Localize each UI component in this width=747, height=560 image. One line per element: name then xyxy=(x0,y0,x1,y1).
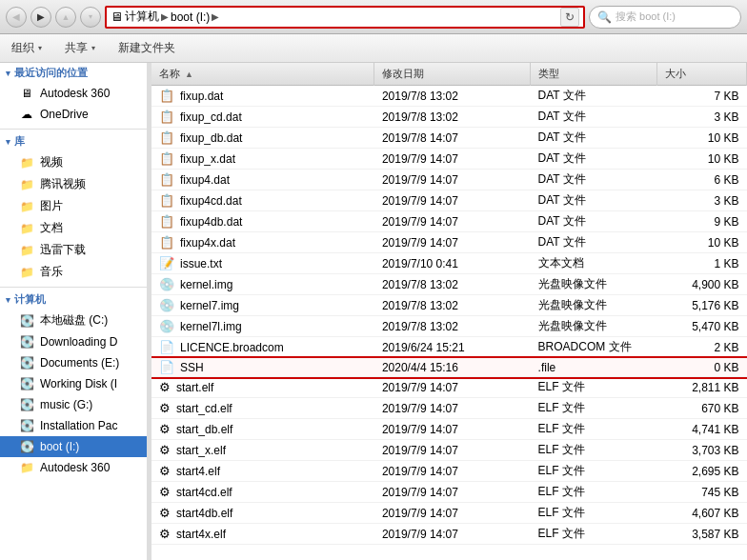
col-type-label: 类型 xyxy=(538,68,559,79)
table-row[interactable]: ⚙ start_db.elf 2019/7/9 14:07 ELF 文件 4,7… xyxy=(151,419,747,440)
file-name-label: start4cd.elf xyxy=(176,486,232,499)
file-name-cell: ⚙ start_db.elf xyxy=(151,419,374,440)
sidebar-item-downloading-d[interactable]: 💽 Downloading D xyxy=(0,331,147,352)
divider-1 xyxy=(0,129,147,130)
sidebar-item-video[interactable]: 📁 视频 xyxy=(0,151,147,173)
file-name-cell: ⚙ start4cd.elf xyxy=(151,482,374,503)
autodesk360-recent-icon: 🖥 xyxy=(19,86,34,101)
file-type-cell: ELF 文件 xyxy=(531,377,657,398)
table-row[interactable]: ⚙ start4db.elf 2019/7/9 14:07 ELF 文件 4,6… xyxy=(151,503,747,524)
sidebar-item-autodesk360-recent[interactable]: 🖥 Autodesk 360 xyxy=(0,83,147,104)
file-size-cell: 2,811 KB xyxy=(657,377,747,398)
organize-chevron: ▾ xyxy=(38,44,42,52)
boot-label: boot (I:) xyxy=(171,10,210,24)
tencent-video-icon: 📁 xyxy=(19,177,34,192)
back-button[interactable]: ◀ xyxy=(6,7,27,28)
sidebar-item-working-disk[interactable]: 💽 Working Disk (I xyxy=(0,373,147,394)
file-size-cell: 670 KB xyxy=(657,398,747,419)
sidebar-item-boot-i[interactable]: 💽 boot (I:) xyxy=(0,436,147,457)
sidebar-item-xunlei-download[interactable]: 📁 迅雷下载 xyxy=(0,239,147,261)
sidebar-item-documents-e[interactable]: 💽 Documents (E:) xyxy=(0,352,147,373)
table-row[interactable]: 📋 fixup_cd.dat 2019/7/8 13:02 DAT 文件 3 K… xyxy=(151,107,747,128)
content-pane: 名称 ▲ 修改日期 类型 大小 📋 xyxy=(151,63,747,560)
table-row[interactable]: ⚙ start_x.elf 2019/7/9 14:07 ELF 文件 3,70… xyxy=(151,440,747,461)
col-header-name[interactable]: 名称 ▲ xyxy=(151,63,374,86)
search-bar[interactable]: 🔍 搜索 boot (I:) xyxy=(589,6,741,29)
sidebar-item-onedrive[interactable]: ☁ OneDrive xyxy=(0,104,147,125)
table-row[interactable]: ⚙ start4cd.elf 2019/7/9 14:07 ELF 文件 745… xyxy=(151,482,747,503)
sidebar-section-header-library[interactable]: ▾ 库 xyxy=(0,131,147,151)
address-bar-content: 🖥 计算机 ▶ boot (I:) ▶ xyxy=(111,9,556,25)
table-row[interactable]: 📋 fixup4db.dat 2019/7/9 14:07 DAT 文件 9 K… xyxy=(151,211,747,232)
down-button[interactable]: ▾ xyxy=(80,7,101,28)
table-row[interactable]: ⚙ start.elf 2019/7/9 14:07 ELF 文件 2,811 … xyxy=(151,377,747,398)
file-name-cell: ⚙ start4.elf xyxy=(151,461,374,482)
col-date-label: 修改日期 xyxy=(382,68,424,79)
forward-button[interactable]: ▶ xyxy=(30,7,51,28)
address-label-computer: 计算机 xyxy=(125,9,159,25)
title-bar: ◀ ▶ ▲ ▾ 🖥 计算机 ▶ boot (I:) ▶ ↻ 🔍 搜索 boot … xyxy=(0,0,747,34)
table-row[interactable]: ⚙ start_cd.elf 2019/7/9 14:07 ELF 文件 670… xyxy=(151,398,747,419)
address-sep-2: ▶ xyxy=(212,11,219,22)
organize-button[interactable]: 组织 ▾ xyxy=(8,38,46,58)
up-button[interactable]: ▲ xyxy=(55,7,76,28)
sidebar-item-autodesk360-computer[interactable]: 📁 Autodesk 360 xyxy=(0,457,147,478)
col-header-date[interactable]: 修改日期 xyxy=(374,63,531,86)
address-bar[interactable]: 🖥 计算机 ▶ boot (I:) ▶ ↻ xyxy=(105,6,585,29)
file-name-label: start_db.elf xyxy=(176,423,232,436)
sidebar-item-local-c[interactable]: 💽 本地磁盘 (C:) xyxy=(0,310,147,331)
sidebar-section-header-recent[interactable]: ▾ 最近访问的位置 xyxy=(0,63,147,83)
table-row[interactable]: 📋 fixup_db.dat 2019/7/8 14:07 DAT 文件 10 … xyxy=(151,128,747,149)
table-row[interactable]: 📋 fixup_x.dat 2019/7/9 14:07 DAT 文件 10 K… xyxy=(151,149,747,170)
working-disk-label: Working Disk (I xyxy=(40,377,117,390)
search-icon: 🔍 xyxy=(597,10,612,24)
music-label: 音乐 xyxy=(40,264,63,280)
table-row[interactable]: 📄 SSH 2020/4/4 15:16 .file 0 KB xyxy=(151,358,747,377)
table-row[interactable]: ⚙ start4.elf 2019/7/9 14:07 ELF 文件 2,695… xyxy=(151,461,747,482)
file-type-cell: DAT 文件 xyxy=(531,149,657,170)
share-button[interactable]: 共享 ▾ xyxy=(61,38,99,58)
table-row[interactable]: 📋 fixup4cd.dat 2019/7/9 14:07 DAT 文件 3 K… xyxy=(151,190,747,211)
sidebar-item-music[interactable]: 📁 音乐 xyxy=(0,261,147,283)
table-row[interactable]: 💿 kernel.img 2019/7/8 13:02 光盘映像文件 4,900… xyxy=(151,274,747,295)
sidebar-item-documents[interactable]: 📁 文档 xyxy=(0,217,147,239)
sidebar-item-pictures[interactable]: 📁 图片 xyxy=(0,195,147,217)
table-row[interactable]: 📋 fixup4.dat 2019/7/9 14:07 DAT 文件 6 KB xyxy=(151,170,747,190)
share-label: 共享 xyxy=(65,40,88,56)
table-row[interactable]: 📋 fixup4x.dat 2019/7/9 14:07 DAT 文件 10 K… xyxy=(151,232,747,253)
file-icon-symbol: 💿 xyxy=(159,319,174,333)
sidebar-section-header-computer[interactable]: ▾ 计算机 xyxy=(0,290,147,310)
file-name-label: start4db.elf xyxy=(176,507,232,520)
refresh-button[interactable]: ↻ xyxy=(560,8,579,27)
file-size-cell: 3 KB xyxy=(657,107,747,128)
file-icon-name: 📄 SSH xyxy=(159,360,204,374)
file-date-cell: 2019/7/9 14:07 xyxy=(374,170,531,190)
table-row[interactable]: 💿 kernel7l.img 2019/7/8 13:02 光盘映像文件 5,4… xyxy=(151,316,747,337)
file-type-cell: BROADCOM 文件 xyxy=(531,337,657,358)
file-type-cell: ELF 文件 xyxy=(531,398,657,419)
file-icon-symbol: 📋 xyxy=(159,110,174,124)
sidebar-item-music-g[interactable]: 💽 music (G:) xyxy=(0,394,147,415)
table-row[interactable]: 📋 fixup.dat 2019/7/8 13:02 DAT 文件 7 KB xyxy=(151,86,747,107)
file-name-cell: 📋 fixup4db.dat xyxy=(151,211,374,232)
col-header-size[interactable]: 大小 xyxy=(657,63,747,86)
file-date-cell: 2019/7/9 14:07 xyxy=(374,461,531,482)
file-icon-name: ⚙ start_db.elf xyxy=(159,422,232,436)
table-row[interactable]: 📄 LICENCE.broadcom 2019/6/24 15:21 BROAD… xyxy=(151,337,747,358)
address-crumb-boot: boot (I:) xyxy=(171,10,210,24)
col-header-type[interactable]: 类型 xyxy=(531,63,657,86)
table-row[interactable]: 💿 kernel7.img 2019/7/8 13:02 光盘映像文件 5,17… xyxy=(151,295,747,316)
video-icon: 📁 xyxy=(19,155,34,170)
table-row[interactable]: ⚙ start4x.elf 2019/7/9 14:07 ELF 文件 3,58… xyxy=(151,524,747,545)
table-row[interactable]: 📝 issue.txt 2019/7/10 0:41 文本文档 1 KB xyxy=(151,253,747,274)
sidebar-item-tencent-video[interactable]: 📁 腾讯视频 xyxy=(0,173,147,195)
sidebar: ▾ 最近访问的位置 🖥 Autodesk 360 ☁ OneDrive ▾ 库 … xyxy=(0,63,148,560)
file-date-cell: 2019/7/9 14:07 xyxy=(374,482,531,503)
file-name-cell: 📋 fixup4cd.dat xyxy=(151,190,374,211)
file-name-label: start4.elf xyxy=(176,465,220,478)
sidebar-item-installation[interactable]: 💽 Installation Pac xyxy=(0,415,147,436)
file-name-label: fixup4.dat xyxy=(180,173,230,187)
file-name-cell: ⚙ start.elf xyxy=(151,377,374,398)
table-header-row: 名称 ▲ 修改日期 类型 大小 xyxy=(151,63,747,86)
new-folder-button[interactable]: 新建文件夹 xyxy=(114,38,179,58)
